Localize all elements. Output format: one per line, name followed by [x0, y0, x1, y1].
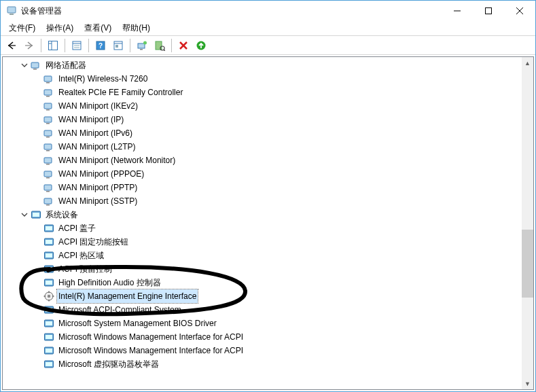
scroll-up-button[interactable]: ▲: [522, 57, 533, 69]
system-device-icon: [43, 304, 54, 315]
scroll-track[interactable]: [522, 69, 533, 378]
properties-sheet-button[interactable]: [110, 37, 126, 54]
tree-row[interactable]: Microsoft ACPI-Compliant System: [7, 303, 522, 317]
tree-item-label[interactable]: ACPI 固定功能按钮: [57, 235, 130, 249]
minimize-button[interactable]: [442, 1, 473, 21]
tree-item-label[interactable]: WAN Miniport (PPTP): [57, 181, 139, 194]
svg-rect-32: [46, 96, 50, 97]
tree-item-label[interactable]: Microsoft Windows Management Interface f…: [57, 330, 245, 344]
tree-item-label[interactable]: ACPI 热区域: [57, 249, 105, 262]
menu-action[interactable]: 操作(A): [41, 21, 79, 35]
tree-item-label[interactable]: Microsoft ACPI-Compliant System: [57, 303, 183, 317]
network-adapter-icon: [43, 87, 54, 98]
tree-item-label[interactable]: WAN Miniport (IP): [57, 113, 125, 126]
tree-item-label[interactable]: 系统设备: [44, 208, 79, 221]
tree-row[interactable]: Microsoft System Management BIOS Driver: [7, 317, 522, 330]
window-controls: [442, 1, 535, 21]
enable-button[interactable]: [193, 37, 209, 54]
tree-row[interactable]: WAN Miniport (IKEv2): [7, 99, 522, 113]
back-button[interactable]: [3, 37, 20, 54]
tree-item-label[interactable]: ACPI 盖子: [57, 221, 97, 235]
network-adapter-icon: [43, 196, 54, 207]
svg-rect-37: [44, 130, 52, 136]
network-category-icon: [31, 60, 41, 71]
network-adapter-icon: [43, 141, 54, 152]
tree-item-label[interactable]: WAN Miniport (IPv6): [57, 126, 134, 140]
tree-row[interactable]: WAN Miniport (L2TP): [7, 140, 522, 154]
show-hide-tree-button[interactable]: [45, 37, 61, 54]
uninstall-button[interactable]: [175, 37, 192, 54]
tree-row[interactable]: WAN Miniport (PPTP): [7, 181, 522, 194]
tree-item-label[interactable]: ACPI 预留控制: [57, 262, 113, 276]
menu-help[interactable]: 帮助(H): [117, 21, 156, 35]
svg-rect-50: [33, 213, 39, 217]
tree-row[interactable]: Intel(R) Wireless-N 7260: [7, 72, 522, 86]
tree-pane: 网络适配器Intel(R) Wireless-N 7260Realtek PCI…: [2, 56, 534, 390]
system-device-icon: [43, 277, 54, 288]
svg-rect-18: [138, 43, 145, 48]
collapse-icon[interactable]: [20, 60, 29, 70]
menu-view[interactable]: 查看(V): [79, 21, 117, 35]
svg-rect-44: [46, 177, 50, 179]
tree-row[interactable]: ACPI 热区域: [7, 249, 522, 262]
tree-row[interactable]: WAN Miniport (IP): [7, 113, 522, 126]
properties-button[interactable]: [69, 37, 85, 54]
tree-item-label[interactable]: Intel(R) Wireless-N 7260: [57, 72, 149, 86]
svg-rect-56: [46, 253, 52, 257]
tree-row[interactable]: WAN Miniport (Network Monitor): [7, 154, 522, 167]
tree-row[interactable]: ACPI 盖子: [7, 221, 522, 235]
tree-row[interactable]: Intel(R) Management Engine Interface: [7, 289, 522, 303]
tree-row[interactable]: ACPI 固定功能按钮: [7, 235, 522, 249]
svg-text:?: ?: [99, 42, 103, 50]
svg-rect-54: [46, 240, 52, 244]
collapse-icon[interactable]: [20, 210, 29, 219]
tree-row[interactable]: Microsoft Windows Management Interface f…: [7, 344, 522, 357]
tree-row[interactable]: WAN Miniport (IPv6): [7, 126, 522, 140]
svg-rect-38: [46, 137, 50, 138]
tree-row[interactable]: Microsoft 虚拟驱动器枚举器: [7, 357, 522, 371]
device-tree[interactable]: 网络适配器Intel(R) Wireless-N 7260Realtek PCI…: [3, 57, 522, 389]
tree-row[interactable]: WAN Miniport (SSTP): [7, 194, 522, 208]
update-driver-button[interactable]: [134, 37, 150, 54]
tree-item-label[interactable]: Intel(R) Management Engine Interface: [57, 289, 198, 303]
svg-rect-72: [46, 335, 52, 339]
svg-rect-19: [140, 49, 143, 50]
vertical-scrollbar[interactable]: ▲ ▼: [522, 57, 533, 389]
toolbar-separator: [65, 39, 65, 52]
tree-row[interactable]: ACPI 预留控制: [7, 262, 522, 276]
svg-rect-41: [44, 158, 52, 163]
tree-row[interactable]: High Definition Audio 控制器: [7, 276, 522, 289]
help-button[interactable]: ?: [92, 37, 109, 54]
scroll-down-button[interactable]: ▼: [522, 378, 533, 389]
tree-item-label[interactable]: 网络适配器: [44, 58, 88, 72]
svg-rect-45: [44, 185, 52, 190]
tree-row[interactable]: 网络适配器: [7, 58, 522, 72]
tree-item-label[interactable]: WAN Miniport (PPPOE): [57, 167, 145, 181]
tree-item-label[interactable]: Microsoft 虚拟驱动器枚举器: [57, 357, 160, 371]
tree-item-label[interactable]: WAN Miniport (Network Monitor): [57, 154, 177, 167]
tree-row[interactable]: WAN Miniport (PPPOE): [7, 167, 522, 181]
svg-rect-29: [44, 76, 52, 82]
tree-row[interactable]: 系统设备: [7, 208, 522, 221]
tree-item-label[interactable]: Realtek PCIe FE Family Controller: [57, 86, 184, 99]
maximize-button[interactable]: [473, 1, 504, 21]
forward-button[interactable]: [21, 37, 37, 54]
tree-item-label[interactable]: Microsoft Windows Management Interface f…: [57, 344, 245, 357]
tree-item-label[interactable]: WAN Miniport (IKEv2): [57, 99, 139, 113]
close-button[interactable]: [504, 1, 535, 21]
menu-file[interactable]: 文件(F): [3, 21, 41, 35]
scroll-thumb[interactable]: [522, 230, 533, 298]
scan-hardware-button[interactable]: [151, 37, 168, 54]
system-device-icon: [43, 236, 54, 247]
tree-item-label[interactable]: WAN Miniport (L2TP): [57, 140, 137, 154]
toolbar-separator: [88, 39, 89, 52]
tree-item-label[interactable]: Microsoft System Management BIOS Driver: [57, 317, 218, 330]
tree-row[interactable]: Realtek PCIe FE Family Controller: [7, 86, 522, 99]
tree-row[interactable]: Microsoft Windows Management Interface f…: [7, 330, 522, 344]
svg-rect-0: [7, 7, 16, 13]
system-device-icon: [43, 345, 54, 356]
tree-item-label[interactable]: WAN Miniport (SSTP): [57, 194, 139, 208]
svg-rect-43: [44, 171, 52, 177]
system-category-icon: [31, 209, 41, 220]
tree-item-label[interactable]: High Definition Audio 控制器: [57, 276, 162, 289]
